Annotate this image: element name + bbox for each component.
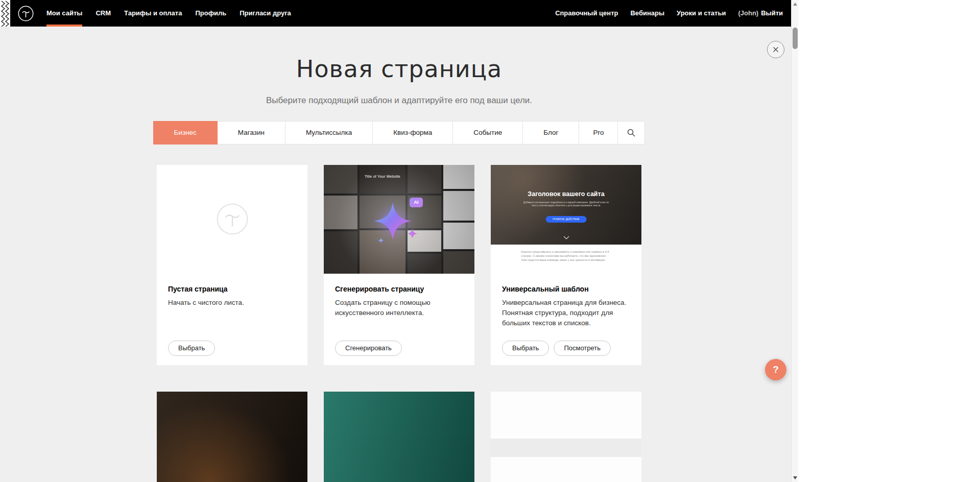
scrollbar-down-arrow-icon[interactable]	[793, 476, 797, 479]
page-subtitle: Выберите подходящий шаблон и адаптируйте…	[0, 95, 798, 106]
tab-blog[interactable]: Блог	[522, 121, 579, 144]
tab-business[interactable]: Бизнес	[153, 121, 218, 144]
close-button[interactable]	[767, 41, 784, 58]
cover-cta-button: Главное действие	[545, 216, 587, 223]
template-card-ai: Title of Your Website AI	[324, 165, 474, 365]
card-body: Пустая страница Начать с чистого листа. …	[157, 274, 307, 365]
browser-viewport: Мои сайты CRM Тарифы и оплата Профиль Пр…	[0, 0, 980, 482]
logout-label: Выйти	[761, 9, 783, 17]
tilda-watermark-icon	[216, 202, 249, 236]
close-icon	[772, 46, 779, 53]
template-card-partial[interactable]	[157, 392, 307, 482]
ai-template-preview[interactable]: Title of Your Website AI	[324, 165, 474, 274]
help-button[interactable]: ?	[765, 359, 786, 380]
tilda-logo-icon[interactable]	[17, 5, 34, 22]
nav-my-sites[interactable]: Мои сайты	[46, 0, 82, 27]
top-navbar: Мои сайты CRM Тарифы и оплата Профиль Пр…	[0, 0, 791, 27]
user-name: (John)	[738, 9, 758, 17]
tab-event[interactable]: Событие	[452, 121, 523, 144]
card-description: Создать страницу с помощью искусственног…	[335, 298, 463, 319]
new-page-dialog: Новая страница Выберите подходящий шабло…	[0, 0, 798, 482]
search-tab[interactable]	[617, 121, 645, 144]
tilda-app-page: Мои сайты CRM Тарифы и оплата Профиль Пр…	[0, 0, 798, 482]
template-card-blank: Пустая страница Начать с чистого листа. …	[157, 165, 307, 365]
template-preview-light[interactable]	[491, 392, 641, 482]
cover-title: Заголовок вашего сайта	[491, 190, 641, 198]
template-card-universal: Заголовок вашего сайта Добавьте интересн…	[491, 165, 641, 365]
card-body: Сгенерировать страницу Создать страницу …	[324, 274, 474, 365]
template-cover-image: Заголовок вашего сайта Добавьте интересн…	[491, 165, 641, 245]
tab-pro[interactable]: Pro	[579, 121, 618, 144]
preview-site-title: Title of Your Website	[360, 175, 405, 178]
card-title: Универсальный шаблон	[502, 285, 630, 293]
nav-webinars[interactable]: Вебинары	[630, 0, 664, 27]
secondary-nav: Справочный центр Вебинары Уроки и статьи…	[543, 0, 791, 27]
preview-section-band	[491, 439, 641, 457]
choose-button[interactable]: Выбрать	[502, 341, 549, 356]
tab-quiz-form[interactable]: Квиз-форма	[372, 121, 453, 144]
search-icon	[627, 129, 635, 137]
preview-button[interactable]: Посмотреть	[554, 341, 611, 356]
scrollbar-up-arrow-icon[interactable]	[793, 3, 797, 6]
generate-button[interactable]: Сгенерировать	[335, 341, 402, 356]
nav-invite-friend[interactable]: Пригласи друга	[240, 0, 291, 27]
ai-sparkle-tiny-icon	[378, 237, 384, 244]
nav-tariffs-payment[interactable]: Тарифы и оплата	[124, 0, 182, 27]
template-card-partial[interactable]	[491, 392, 641, 482]
chevron-down-icon	[563, 236, 569, 239]
ai-sparkle-small-icon	[407, 228, 418, 239]
template-category-tabs: Бизнес Магазин Мультиссылка Квиз-форма С…	[0, 121, 798, 144]
universal-template-preview[interactable]: Заголовок вашего сайта Добавьте интересн…	[491, 165, 641, 274]
scrollbar[interactable]	[791, 0, 798, 482]
ai-badge: AI	[410, 198, 423, 207]
card-description: Универсальная страница для бизнеса. Поня…	[502, 298, 630, 329]
card-title: Сгенерировать страницу	[335, 285, 463, 293]
card-actions: Выбрать Посмотреть	[502, 341, 630, 356]
nav-help-center[interactable]: Справочный центр	[555, 0, 618, 27]
nav-profile[interactable]: Профиль	[195, 0, 226, 27]
tab-store[interactable]: Магазин	[217, 121, 285, 144]
zigzag-decoration	[0, 0, 10, 27]
template-body-preview: Коротко представьтесь и расскажите о ком…	[491, 250, 641, 274]
nav-logout[interactable]: (John)Выйти	[738, 0, 783, 27]
card-actions: Выбрать	[168, 341, 296, 356]
nav-tutorials[interactable]: Уроки и статьи	[677, 0, 726, 27]
scrollbar-thumb[interactable]	[793, 28, 798, 49]
template-preview-teal-photo[interactable]	[324, 392, 474, 482]
card-description: Начать с чистого листа.	[168, 298, 296, 308]
zigzag-pattern-icon	[0, 0, 10, 27]
choose-button[interactable]: Выбрать	[168, 341, 215, 356]
tab-multilink[interactable]: Мультиссылка	[285, 121, 373, 144]
template-card-partial[interactable]	[324, 392, 474, 482]
card-body: Универсальный шаблон Универсальная стран…	[491, 274, 641, 365]
template-grid: Пустая страница Начать с чистого листа. …	[157, 165, 641, 365]
card-title: Пустая страница	[168, 285, 296, 293]
primary-nav: Мои сайты CRM Тарифы и оплата Профиль Пр…	[46, 0, 304, 27]
template-preview-dark-photo[interactable]	[157, 392, 307, 482]
blank-preview	[157, 165, 307, 274]
template-body-text: Коротко представьтесь и расскажите о ком…	[521, 250, 611, 262]
ai-sparkle-icon	[373, 202, 412, 240]
card-actions: Сгенерировать	[335, 341, 463, 356]
nav-crm[interactable]: CRM	[95, 0, 111, 27]
cover-subtitle: Добавьте интересные подробности о вашей …	[520, 201, 612, 208]
template-grid-row2	[157, 392, 641, 482]
